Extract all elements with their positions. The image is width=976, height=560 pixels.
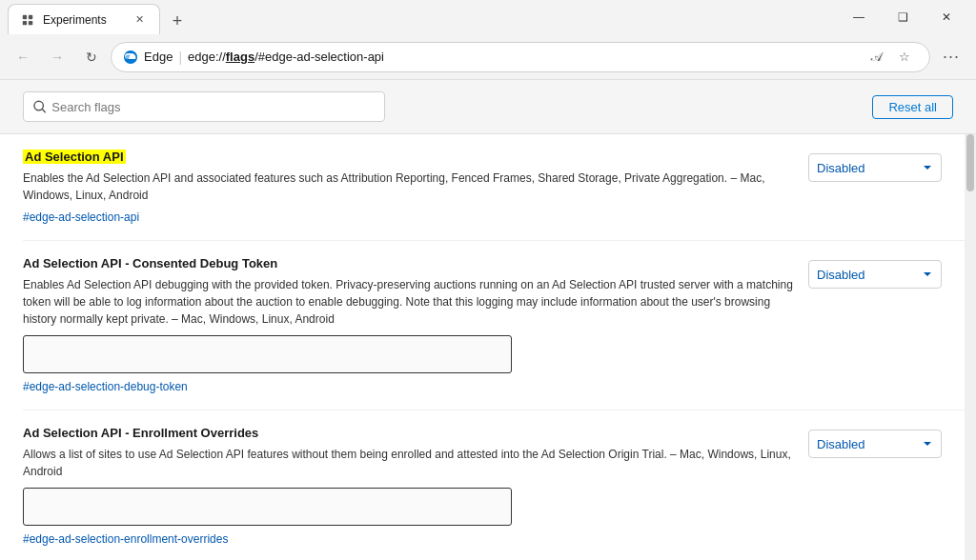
flag-title-ad-selection-api: Ad Selection API — [23, 150, 793, 164]
flag-description-ad-selection-enrollment-overrides: Allows a list of sites to use Ad Selecti… — [23, 446, 793, 480]
svg-rect-0 — [23, 14, 27, 18]
flag-link-ad-selection-enrollment-overrides[interactable]: #edge-ad-selection-enrollment-overrides — [23, 532, 228, 546]
address-input[interactable]: Edge | edge://flags/#edge-ad-selection-a… — [111, 42, 930, 72]
back-button[interactable]: ← — [8, 42, 38, 72]
svg-line-5 — [42, 110, 45, 112]
flag-info-ad-selection-debug-token: Ad Selection API - Consented Debug Token… — [23, 256, 793, 394]
scrollbar[interactable] — [965, 134, 976, 560]
main-content: Reset all Ad Selection APIEnables the Ad… — [0, 80, 976, 560]
flag-control-ad-selection-debug-token: DefaultDisabledEnabled — [808, 256, 942, 289]
new-tab-button[interactable]: + — [164, 8, 191, 34]
active-tab[interactable]: Experiments ✕ — [8, 4, 160, 34]
maximize-button[interactable]: ❑ — [881, 0, 925, 34]
search-flags-input[interactable] — [51, 100, 375, 114]
flag-title-highlight: Ad Selection API — [23, 150, 126, 164]
flag-link-ad-selection-api[interactable]: #edge-ad-selection-api — [23, 210, 139, 224]
flag-info-ad-selection-api: Ad Selection APIEnables the Ad Selection… — [23, 150, 793, 225]
more-options-button[interactable]: ··· — [934, 42, 968, 72]
flag-control-ad-selection-enrollment-overrides: DefaultDisabledEnabled — [808, 426, 942, 458]
flag-info-ad-selection-enrollment-overrides: Ad Selection API - Enrollment OverridesA… — [23, 426, 793, 547]
flags-list: Ad Selection APIEnables the Ad Selection… — [0, 134, 965, 560]
flag-select-ad-selection-api[interactable]: DefaultDisabledEnabled — [808, 153, 942, 182]
tab-label: Experiments — [43, 13, 123, 27]
flag-description-ad-selection-debug-token: Enables Ad Selection API debugging with … — [23, 276, 793, 328]
tab-icon — [20, 12, 35, 28]
flag-input-ad-selection-enrollment-overrides[interactable] — [23, 488, 512, 526]
address-prefix: edge:// — [188, 50, 226, 64]
minimize-button[interactable]: — — [837, 0, 881, 34]
svg-rect-2 — [23, 20, 27, 24]
flag-title-ad-selection-enrollment-overrides: Ad Selection API - Enrollment Overrides — [23, 426, 793, 440]
scrollbar-track[interactable] — [965, 134, 976, 560]
refresh-button[interactable]: ↻ — [76, 42, 107, 72]
content-area: Ad Selection APIEnables the Ad Selection… — [0, 134, 976, 560]
read-aloud-button[interactable]: 𝒜 — [863, 44, 889, 70]
flag-control-ad-selection-api: DefaultDisabledEnabled — [808, 150, 942, 182]
flag-title-ad-selection-debug-token: Ad Selection API - Consented Debug Token — [23, 256, 793, 270]
address-bar: ← → ↻ Edge | edge://flags/#edge-ad-selec… — [0, 34, 976, 80]
flag-description-ad-selection-api: Enables the Ad Selection API and associa… — [23, 170, 793, 204]
address-url: edge://flags/#edge-ad-selection-api — [188, 50, 857, 64]
forward-button[interactable]: → — [42, 42, 72, 72]
title-bar: Experiments ✕ + — ❑ ✕ — [0, 0, 976, 34]
window-controls: — ❑ ✕ — [837, 0, 968, 34]
address-hash: /#edge-ad-selection-api — [254, 50, 384, 64]
edge-logo-icon — [123, 50, 138, 65]
close-button[interactable]: ✕ — [925, 0, 968, 34]
address-flags: flags — [226, 50, 254, 64]
favorite-button[interactable]: ☆ — [891, 44, 918, 70]
search-flags-input-wrap[interactable] — [23, 91, 385, 122]
flag-select-ad-selection-enrollment-overrides[interactable]: DefaultDisabledEnabled — [808, 430, 942, 458]
flag-select-ad-selection-debug-token[interactable]: DefaultDisabledEnabled — [808, 260, 942, 289]
search-bar-row: Reset all — [0, 80, 976, 134]
address-separator: | — [178, 50, 182, 65]
reset-all-button[interactable]: Reset all — [872, 95, 953, 119]
scrollbar-thumb[interactable] — [966, 134, 974, 191]
address-actions: 𝒜 ☆ — [863, 44, 918, 70]
search-icon — [33, 100, 46, 113]
flag-input-ad-selection-debug-token[interactable] — [23, 335, 512, 373]
tab-strip: Experiments ✕ + — [8, 0, 837, 34]
flag-item-ad-selection-api: Ad Selection APIEnables the Ad Selection… — [23, 134, 965, 241]
address-edge-label: Edge — [144, 50, 173, 64]
flag-item-ad-selection-enrollment-overrides: Ad Selection API - Enrollment OverridesA… — [23, 410, 965, 560]
svg-rect-1 — [29, 14, 32, 18]
flag-item-ad-selection-debug-token: Ad Selection API - Consented Debug Token… — [23, 241, 965, 410]
svg-rect-3 — [29, 20, 32, 24]
flag-link-ad-selection-debug-token[interactable]: #edge-ad-selection-debug-token — [23, 380, 188, 393]
tab-close-button[interactable]: ✕ — [131, 11, 148, 29]
